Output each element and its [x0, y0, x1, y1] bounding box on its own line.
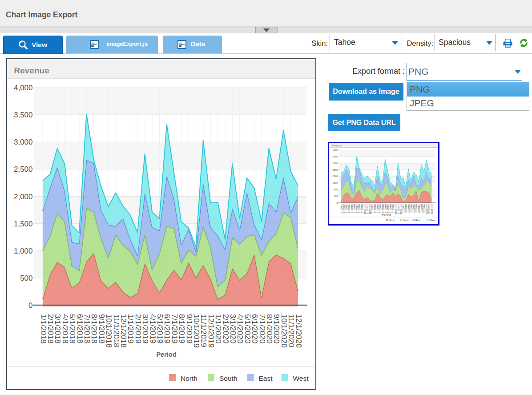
- svg-text:4/1/2020: 4/1/2020: [410, 204, 413, 213]
- svg-text:6/1/2018: 6/1/2018: [353, 204, 356, 213]
- svg-text:3/1/2018: 3/1/2018: [53, 314, 62, 343]
- svg-text:1,000: 1,000: [14, 247, 33, 255]
- svg-text:6/1/2018: 6/1/2018: [76, 314, 84, 343]
- svg-text:12/1/2020: 12/1/2020: [431, 204, 433, 214]
- svg-text:4/1/2019: 4/1/2019: [149, 314, 157, 343]
- svg-text:8/1/2020: 8/1/2020: [265, 314, 274, 343]
- svg-text:Period: Period: [382, 214, 391, 217]
- svg-text:1/1/2019: 1/1/2019: [371, 204, 374, 213]
- svg-text:North: North: [181, 375, 197, 382]
- svg-text:1/1/2019: 1/1/2019: [126, 314, 135, 343]
- svg-text:4/1/2020: 4/1/2020: [236, 314, 244, 343]
- svg-text:2/1/2020: 2/1/2020: [405, 204, 407, 213]
- svg-text:2,500: 2,500: [14, 165, 33, 173]
- svg-text:2/1/2019: 2/1/2019: [134, 314, 142, 343]
- svg-text:8/1/2019: 8/1/2019: [389, 204, 392, 213]
- svg-text:500: 500: [334, 195, 338, 198]
- svg-text:500: 500: [20, 274, 32, 282]
- svg-text:West: West: [430, 219, 435, 222]
- svg-text:10/1/2019: 10/1/2019: [395, 204, 397, 214]
- svg-text:1,500: 1,500: [14, 220, 33, 228]
- svg-text:5/1/2018: 5/1/2018: [68, 314, 77, 343]
- svg-text:1,000: 1,000: [333, 189, 338, 191]
- svg-text:3/1/2020: 3/1/2020: [229, 314, 237, 343]
- svg-text:1/1/2020: 1/1/2020: [402, 204, 405, 213]
- svg-text:Revenue: Revenue: [14, 66, 49, 75]
- svg-text:5/1/2019: 5/1/2019: [382, 204, 384, 213]
- svg-text:11/1/2018: 11/1/2018: [112, 314, 121, 347]
- svg-text:South: South: [219, 375, 238, 382]
- svg-text:5/1/2020: 5/1/2020: [412, 204, 415, 213]
- svg-text:5/1/2018: 5/1/2018: [351, 204, 353, 213]
- svg-text:11/1/2020: 11/1/2020: [428, 204, 431, 214]
- svg-text:9/1/2018: 9/1/2018: [97, 314, 106, 343]
- svg-text:2/1/2018: 2/1/2018: [343, 204, 346, 213]
- svg-text:4,000: 4,000: [333, 149, 338, 151]
- svg-text:1/1/2020: 1/1/2020: [214, 314, 222, 343]
- svg-text:4/1/2019: 4/1/2019: [379, 204, 382, 213]
- svg-text:9/1/2020: 9/1/2020: [423, 204, 426, 213]
- svg-text:6/1/2020: 6/1/2020: [250, 314, 259, 343]
- svg-text:6/1/2019: 6/1/2019: [163, 314, 171, 343]
- svg-text:3/1/2018: 3/1/2018: [345, 204, 348, 213]
- svg-text:2/1/2018: 2/1/2018: [46, 314, 55, 343]
- svg-text:Revenue: Revenue: [332, 144, 342, 147]
- svg-text:11/1/2018: 11/1/2018: [366, 204, 369, 214]
- svg-text:3,500: 3,500: [333, 156, 338, 158]
- svg-text:10/1/2019: 10/1/2019: [192, 314, 201, 348]
- svg-text:0: 0: [336, 202, 338, 204]
- svg-text:7/1/2019: 7/1/2019: [387, 204, 389, 213]
- svg-text:12/1/2018: 12/1/2018: [119, 314, 128, 348]
- svg-text:North: North: [389, 219, 395, 222]
- svg-text:South: South: [403, 219, 409, 222]
- svg-text:East: East: [259, 375, 273, 382]
- svg-text:11/1/2020: 11/1/2020: [287, 314, 295, 347]
- svg-text:10/1/2018: 10/1/2018: [105, 314, 113, 348]
- svg-text:9/1/2019: 9/1/2019: [392, 204, 395, 213]
- svg-text:12/1/2018: 12/1/2018: [369, 204, 371, 214]
- svg-text:2,000: 2,000: [14, 193, 33, 201]
- svg-text:5/1/2019: 5/1/2019: [156, 314, 164, 343]
- svg-text:1,500: 1,500: [333, 182, 338, 184]
- svg-text:3,500: 3,500: [14, 111, 33, 119]
- svg-text:6/1/2020: 6/1/2020: [415, 204, 418, 213]
- svg-text:5/1/2020: 5/1/2020: [243, 314, 252, 343]
- svg-text:2,500: 2,500: [333, 169, 338, 171]
- svg-text:2/1/2020: 2/1/2020: [222, 314, 230, 343]
- svg-text:11/1/2019: 11/1/2019: [199, 314, 208, 347]
- svg-text:10/1/2020: 10/1/2020: [280, 314, 288, 348]
- svg-text:10/1/2020: 10/1/2020: [426, 204, 428, 214]
- svg-text:12/1/2020: 12/1/2020: [294, 314, 303, 348]
- svg-text:Period: Period: [156, 351, 176, 358]
- svg-text:9/1/2019: 9/1/2019: [185, 314, 193, 343]
- svg-text:9/1/2018: 9/1/2018: [361, 204, 363, 213]
- svg-text:11/1/2019: 11/1/2019: [397, 204, 400, 214]
- svg-text:1/1/2018: 1/1/2018: [340, 204, 343, 213]
- svg-text:3/1/2019: 3/1/2019: [141, 314, 149, 343]
- svg-text:8/1/2018: 8/1/2018: [358, 204, 361, 213]
- svg-text:8/1/2019: 8/1/2019: [177, 314, 186, 343]
- svg-text:3,000: 3,000: [333, 162, 338, 165]
- svg-text:2/1/2019: 2/1/2019: [374, 204, 376, 213]
- svg-text:7/1/2018: 7/1/2018: [83, 314, 91, 343]
- svg-text:3,000: 3,000: [14, 138, 33, 146]
- svg-text:8/1/2020: 8/1/2020: [420, 204, 423, 213]
- svg-text:3/1/2019: 3/1/2019: [376, 204, 379, 213]
- svg-text:7/1/2020: 7/1/2020: [418, 204, 420, 213]
- svg-text:6/1/2019: 6/1/2019: [384, 204, 387, 213]
- svg-text:9/1/2020: 9/1/2020: [272, 314, 281, 343]
- svg-text:1/1/2018: 1/1/2018: [39, 314, 48, 343]
- svg-text:4/1/2018: 4/1/2018: [61, 314, 69, 343]
- svg-text:7/1/2019: 7/1/2019: [170, 314, 179, 343]
- svg-text:12/1/2019: 12/1/2019: [399, 204, 402, 214]
- svg-text:3/1/2020: 3/1/2020: [407, 204, 410, 213]
- svg-text:4,000: 4,000: [14, 84, 33, 92]
- svg-text:East: East: [415, 219, 420, 222]
- svg-text:7/1/2020: 7/1/2020: [258, 314, 266, 343]
- svg-text:0: 0: [28, 301, 32, 310]
- svg-text:West: West: [293, 375, 309, 382]
- svg-text:10/1/2018: 10/1/2018: [363, 204, 366, 214]
- svg-text:12/1/2019: 12/1/2019: [207, 314, 215, 348]
- svg-text:2,000: 2,000: [333, 175, 338, 177]
- svg-text:8/1/2018: 8/1/2018: [90, 314, 98, 343]
